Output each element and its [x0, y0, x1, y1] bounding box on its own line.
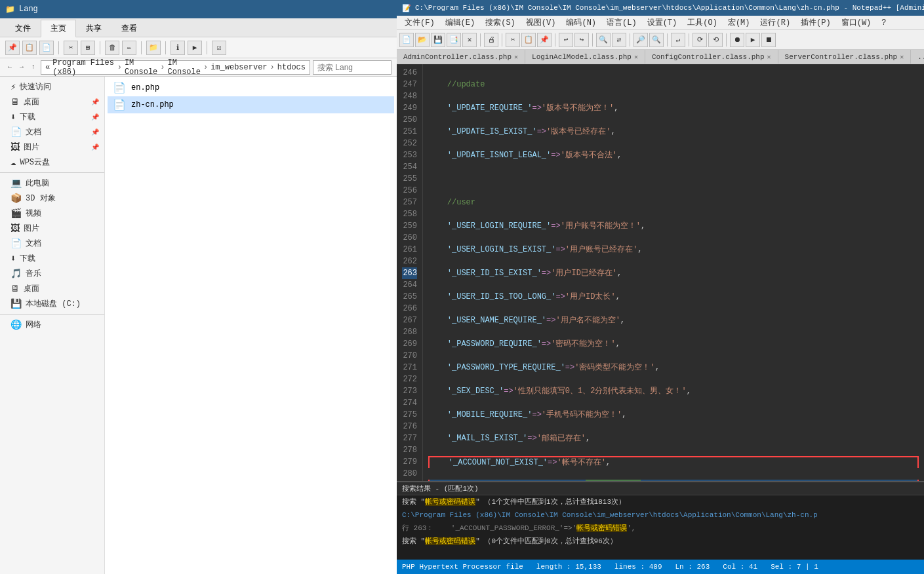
path-item-5: im_webserver [211, 63, 267, 72]
tab-login-acl[interactable]: LoginAclModel.class.php ✕ [525, 50, 645, 64]
sidebar-item-this-pc[interactable]: 💻 此电脑 [0, 176, 104, 191]
search-result-query2[interactable]: 搜索 "帐号或密码错误" （0个文件中匹配到0次，总计查找96次） [397, 535, 924, 548]
menu-file[interactable]: 文件(F) [399, 16, 440, 29]
close-file-btn[interactable]: ✕ [462, 33, 477, 47]
sidebar-item-desktop2[interactable]: 🖥 桌面 [0, 281, 104, 296]
rename-btn[interactable]: ✏ [122, 41, 136, 55]
t-sep7 [689, 33, 689, 47]
sel-label: Sel : 7 | 1 [771, 563, 818, 571]
forward-btn[interactable]: → [17, 62, 26, 72]
copy3-btn[interactable]: 📋 [521, 33, 536, 47]
menu-tools[interactable]: 工具(O) [682, 16, 723, 29]
undo-btn[interactable]: ↩ [559, 33, 573, 47]
file-item-zhcn[interactable]: 📄 zh-cn.php [108, 96, 394, 113]
menu-edit[interactable]: 编辑(E) [440, 16, 481, 29]
tab-server-controller[interactable]: ServerController.class.php ✕ [778, 50, 912, 64]
tab-view[interactable]: 查看 [111, 20, 147, 37]
explorer-body: ⚡ 快速访问 🖥 桌面 📌 ⬇ 下载 📌 📄 文档 📌 🖼 图片 � [0, 77, 397, 574]
properties-btn[interactable]: ℹ [171, 41, 185, 55]
menu-macro[interactable]: 宏(M) [723, 16, 755, 29]
tab-server-close[interactable]: ✕ [900, 53, 904, 61]
menu-search[interactable]: 搜索(S) [480, 16, 521, 29]
menu-run[interactable]: 运行(R) [755, 16, 795, 29]
zoom-in-btn[interactable]: 🔎 [633, 33, 648, 47]
menu-encoding[interactable]: 编码(N) [561, 16, 601, 29]
wps-label: WPS云盘 [20, 157, 50, 168]
sidebar-item-docs2[interactable]: 📄 文档 [0, 236, 104, 251]
pin-btn[interactable]: 📌 [5, 41, 20, 55]
menu-window[interactable]: 窗口(W) [836, 16, 877, 29]
zoom-out-btn[interactable]: 🔍 [649, 33, 664, 47]
sidebar-item-music[interactable]: 🎵 音乐 [0, 266, 104, 281]
stop-btn[interactable]: ⏹ [761, 33, 776, 47]
menu-settings[interactable]: 设置(T) [642, 16, 683, 29]
redo-btn[interactable]: ↪ [574, 33, 589, 47]
sidebar-item-3d[interactable]: 📦 3D 对象 [0, 191, 104, 206]
tab-config-controller[interactable]: ConfigController.class.php ✕ [645, 50, 778, 64]
sidebar-item-pictures[interactable]: 🖼 图片 📌 [0, 140, 104, 155]
sidebar-item-wps[interactable]: ☁ WPS云盘 [0, 155, 104, 170]
tab-config-close[interactable]: ✕ [767, 53, 771, 61]
cut2-btn[interactable]: ✂ [506, 33, 520, 47]
menu-help[interactable]: ? [876, 17, 891, 29]
tab-login-close[interactable]: ✕ [634, 53, 638, 61]
delete-btn[interactable]: 🗑 [105, 41, 119, 55]
tab-home[interactable]: 主页 [41, 20, 76, 37]
tab-admin-close[interactable]: ✕ [514, 53, 518, 61]
search-result-path[interactable]: C:\Program Files (x86)\IM Console\IM Con… [397, 508, 924, 522]
find-btn[interactable]: 🔍 [596, 33, 611, 47]
paste2-btn[interactable]: 📌 [537, 33, 552, 47]
sidebar-item-downloads2[interactable]: ⬇ 下载 [0, 251, 104, 266]
up-btn[interactable]: ↑ [29, 62, 38, 72]
record-btn[interactable]: ⏺ [730, 33, 744, 47]
menu-language[interactable]: 语言(L) [601, 16, 642, 29]
search-result-query1[interactable]: 搜索 "帐号或密码错误" （1个文件中匹配到1次，总计查找1813次） [397, 495, 924, 508]
code-editor[interactable]: //update '_UPDATE_REQUIRE_'=>'版本号不能为空！',… [423, 64, 924, 481]
tab-more[interactable]: ... [911, 50, 924, 64]
sidebar-item-network[interactable]: 🌐 网络 [0, 317, 104, 332]
search-result-match-line[interactable]: 行 263： '_ACCOUNT_PASSWORD_ERROR_'=>'帐号或密… [397, 522, 924, 535]
replace-btn[interactable]: ⇄ [612, 33, 626, 47]
wrap-btn[interactable]: ↵ [671, 33, 685, 47]
sync-btn[interactable]: ⟳ [693, 33, 707, 47]
sidebar-item-desktop[interactable]: 🖥 桌面 📌 [0, 94, 104, 109]
open-btn[interactable]: ▶ [188, 41, 202, 55]
print-btn[interactable]: 🖨 [484, 33, 498, 47]
tab-share[interactable]: 共享 [76, 20, 111, 37]
tab-admin-controller[interactable]: AdminController.class.php ✕ [397, 50, 525, 64]
address-path[interactable]: « Program Files (x86) › IM Console › IM … [41, 60, 310, 75]
col-label: Col : 41 [723, 563, 757, 571]
path-item-1: « [45, 63, 50, 72]
folder-icon: 📁 [5, 5, 15, 14]
divider2 [0, 314, 104, 315]
tab-file[interactable]: 文件 [5, 20, 41, 37]
sidebar-item-quick-access[interactable]: ⚡ 快速访问 [0, 79, 104, 94]
sync2-btn[interactable]: ⟲ [708, 33, 723, 47]
open-file-btn[interactable]: 📂 [415, 33, 430, 47]
t-sep2 [502, 33, 502, 47]
select-all-btn[interactable]: ☑ [212, 41, 226, 55]
file-item-en[interactable]: 📄 en.php [108, 79, 394, 96]
menu-view[interactable]: 视图(V) [521, 16, 561, 29]
play-btn[interactable]: ▶ [746, 33, 760, 47]
paste-btn[interactable]: 📄 [39, 41, 54, 55]
pin-indicator3: 📌 [91, 128, 99, 136]
save-all-btn[interactable]: 📑 [447, 33, 461, 47]
search-input[interactable] [313, 60, 392, 75]
sidebar-item-downloads[interactable]: ⬇ 下载 📌 [0, 109, 104, 124]
back-btn[interactable]: ← [5, 62, 14, 72]
new-folder-btn[interactable]: 📁 [146, 41, 161, 55]
sidebar-item-pictures2[interactable]: 🖼 图片 [0, 221, 104, 236]
save-file-btn[interactable]: 💾 [431, 33, 445, 47]
wps-icon: ☁ [10, 157, 16, 168]
code-line-257: '_PASSWORD_REQUIRE_'=>'密码不能为空！', [428, 338, 919, 350]
sep1 [58, 41, 59, 54]
cut-btn[interactable]: ✂ [64, 41, 78, 55]
copy2-btn[interactable]: ⊞ [81, 41, 95, 55]
sidebar-item-documents[interactable]: 📄 文档 📌 [0, 124, 104, 140]
sidebar-item-local-disk[interactable]: 💾 本地磁盘 (C:) [0, 296, 104, 311]
new-file-btn[interactable]: 📄 [399, 33, 414, 47]
menu-plugins[interactable]: 插件(P) [795, 16, 836, 29]
copy-btn[interactable]: 📋 [22, 41, 37, 55]
sidebar-item-video[interactable]: 🎬 视频 [0, 206, 104, 221]
